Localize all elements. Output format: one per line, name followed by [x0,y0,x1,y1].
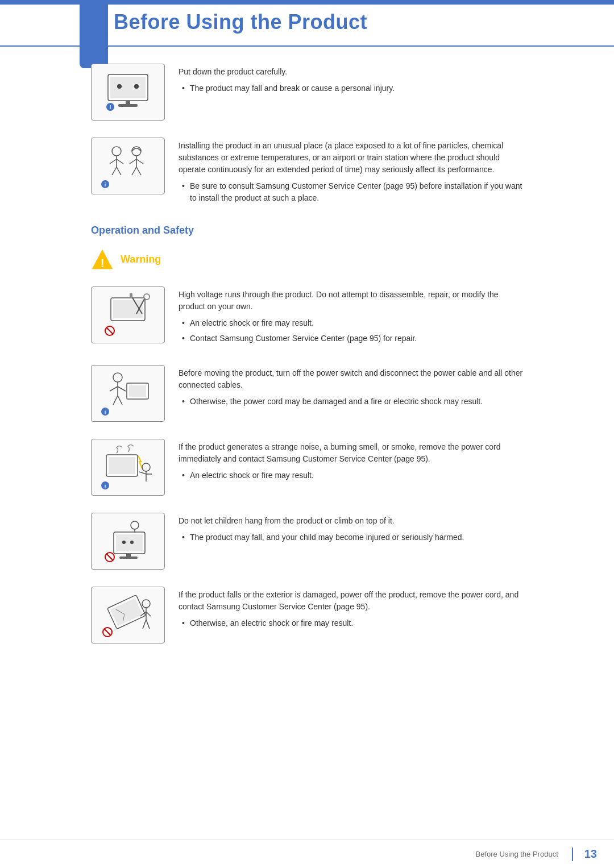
svg-rect-51 [116,534,143,551]
warning-image-high-voltage [91,286,165,343]
warning-image-strange-noise: i [91,439,165,496]
warning-bullets-3: An electric shock or fire may result. [179,470,523,481]
warning-text-children: Do not let children hang from the produc… [179,513,523,547]
warning-bullet-1b: Contact Samsung Customer Service Center … [179,333,523,344]
svg-point-2 [117,84,122,89]
warning-item-moving: i Before moving the product, turn off th… [91,365,523,422]
svg-point-56 [131,521,139,529]
instruction-text-unusual-place: Installing the product in an unusual pla… [179,138,523,207]
instruction-text-put-down: Put down the product carefully. The prod… [179,64,523,98]
svg-rect-27 [130,293,132,298]
svg-line-31 [106,327,113,334]
footer-page-number: 13 [584,848,597,861]
svg-point-64 [142,600,150,608]
warning-item-strange-noise: i If the product generates a strange noi… [91,439,523,496]
svg-line-36 [113,396,118,405]
warning-main-text-3: If the product generates a strange noise… [179,441,523,465]
svg-rect-5 [118,104,138,107]
warning-icon: ! [91,248,114,271]
warning-bullet-2a: Otherwise, the power cord may be damaged… [179,396,523,408]
instruction-image-put-down: i [91,64,165,121]
warning-text-moving: Before moving the product, turn off the … [179,365,523,411]
svg-line-18 [132,167,136,175]
warning-bullets-4: The product may fall, and your child may… [179,531,523,543]
warning-main-text-2: Before moving the product, turn off the … [179,367,523,391]
svg-line-34 [110,387,118,391]
svg-text:i: i [105,409,106,415]
svg-line-68 [143,620,146,629]
main-content: i Put down the product carefully. The pr… [0,64,614,706]
svg-line-17 [136,159,143,164]
instruction-bullets-2: Be sure to consult Samsung Customer Serv… [179,180,523,204]
warning-bullet-5a: Otherwise, an electric shock or fire may… [179,617,523,629]
footer-divider [572,848,573,861]
instruction-main-text: Put down the product carefully. [179,66,523,78]
bullet-item-2: Be sure to consult Samsung Customer Serv… [179,180,523,204]
svg-point-32 [113,373,122,382]
svg-line-59 [106,554,113,560]
warning-image-falls [91,587,165,643]
svg-point-29 [144,294,150,300]
page-title: Before Using the Product [114,10,523,34]
section-title: Operation and Safety [91,225,523,236]
svg-rect-55 [119,556,138,559]
svg-text:i: i [110,105,111,110]
warning-image-moving: i [91,365,165,422]
warning-text-strange-noise: If the product generates a strange noise… [179,439,523,485]
svg-line-19 [136,167,141,175]
svg-point-3 [134,84,139,89]
svg-line-35 [118,387,126,391]
instruction-item-unusual-place: i Installing the product in an unusual p… [91,138,523,207]
svg-line-46 [139,472,146,474]
svg-point-52 [122,541,126,544]
warning-item-falls: If the product falls or the exterior is … [91,587,523,643]
svg-line-11 [117,159,123,164]
instruction-main-text-2: Installing the product in an unusual pla… [179,140,523,176]
svg-line-10 [110,159,117,164]
instruction-image-unusual-place: i [91,138,165,194]
svg-line-12 [112,167,117,175]
svg-text:!: ! [101,257,105,269]
warning-main-text-5: If the product falls or the exterior is … [179,589,523,613]
warning-bullets-1: An electric shock or fire may result. Co… [179,317,523,344]
svg-text:i: i [105,182,106,188]
bullet-item: The product may fall and break or cause … [179,82,523,94]
warning-label: Warning [121,254,161,265]
svg-text:i: i [105,483,106,489]
svg-point-44 [142,463,150,471]
svg-line-71 [104,629,111,636]
svg-point-8 [112,147,121,156]
warning-text-high-voltage: High voltage runs through the product. D… [179,286,523,348]
warning-image-children [91,513,165,570]
warning-item-children: Do not let children hang from the produc… [91,513,523,570]
warning-bullets-2: Otherwise, the power cord may be damaged… [179,396,523,408]
svg-line-37 [118,396,122,405]
warning-bullet-4a: The product may fall, and your child may… [179,531,523,543]
svg-line-69 [146,620,150,629]
svg-rect-4 [126,101,130,105]
footer-label: Before Using the Product [476,850,558,858]
warning-block: ! Warning [91,248,523,271]
svg-line-67 [146,612,151,616]
svg-rect-1 [110,77,146,98]
warning-bullet-1a: An electric shock or fire may result. [179,317,523,329]
svg-line-13 [117,167,121,175]
warning-main-text-1: High voltage runs through the product. D… [179,289,523,313]
svg-rect-43 [109,457,135,474]
warning-bullet-3a: An electric shock or fire may result. [179,470,523,481]
page-footer: Before Using the Product 13 [0,840,614,868]
svg-point-53 [130,541,134,544]
instruction-item-put-down: i Put down the product carefully. The pr… [91,64,523,121]
warning-text-falls: If the product falls or the exterior is … [179,587,523,633]
instruction-bullets: The product may fall and break or cause … [179,82,523,94]
warning-main-text-4: Do not let children hang from the produc… [179,515,523,527]
svg-line-16 [130,159,136,164]
left-accent-decoration [80,0,108,68]
warning-item-high-voltage: High voltage runs through the product. D… [91,286,523,348]
warning-bullets-5: Otherwise, an electric shock or fire may… [179,617,523,629]
svg-rect-39 [129,385,146,397]
